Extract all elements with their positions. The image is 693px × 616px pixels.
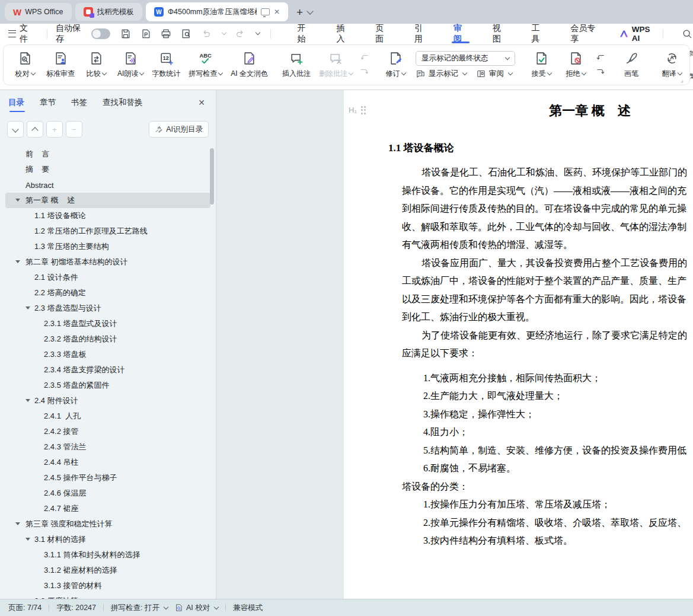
menu-member[interactable]: 会员专享 <box>558 24 611 43</box>
ribbon-expand-icon[interactable]: ⌟ <box>681 76 684 83</box>
toc-item[interactable]: Abstract <box>5 177 210 193</box>
collapse-arrow-icon[interactable] <box>25 538 30 541</box>
toc-item[interactable]: 2.3.5 塔盘的紧固件 <box>5 378 210 393</box>
tab-wps-office[interactable]: W WPS Office <box>5 3 72 21</box>
collapse-arrow-icon[interactable] <box>15 260 20 263</box>
search-button[interactable] <box>681 28 693 40</box>
toc-item[interactable]: 2.3.3 塔盘板 <box>5 347 210 362</box>
toc-item[interactable]: 3.1 材料的选择 <box>5 532 210 547</box>
delete-comment-button[interactable]: 删除批注 <box>315 49 356 81</box>
standard-review-button[interactable]: 标准审查 <box>43 49 78 81</box>
compatibility-mode-badge[interactable]: 兼容模式 <box>233 603 263 613</box>
toc-item[interactable]: 3.2 厚度计算 <box>5 593 210 599</box>
close-tab-icon[interactable]: ✕ <box>274 8 280 16</box>
collapse-arrow-icon[interactable] <box>15 522 20 525</box>
expand-item-button[interactable] <box>7 121 24 138</box>
show-markup-button[interactable]: 显示标记 <box>416 69 467 79</box>
menu-tools[interactable]: 工具 <box>519 24 558 43</box>
review-pane-button[interactable]: 审阅 <box>476 69 512 79</box>
file-menu[interactable]: 文件 <box>0 23 42 44</box>
sidebar-tab-find-replace[interactable]: 查找和替换 <box>103 97 143 110</box>
collapse-arrow-icon[interactable] <box>15 199 20 202</box>
toc-item[interactable]: 2.2 塔高的确定 <box>5 285 210 301</box>
toc-item[interactable]: 前 言 <box>5 146 210 162</box>
menu-review[interactable]: 审阅 <box>441 24 480 43</box>
wps-ai-button[interactable]: WPS AI <box>619 25 658 43</box>
collapse-item-button[interactable] <box>27 121 43 138</box>
spell-check-status[interactable]: 拼写检查: 打开 <box>111 603 168 613</box>
document-page[interactable]: H₁ 第一章 概 述 1.1 塔设备概论 塔设备是化工、石油化工和炼油、医药、环… <box>344 90 693 599</box>
proofread-button[interactable]: 校对 <box>8 49 41 81</box>
next-comment-button[interactable] <box>357 66 372 79</box>
new-tab-button[interactable]: + <box>296 7 312 18</box>
toc-item[interactable]: 2.3.2 塔盘的结构设计 <box>5 331 210 347</box>
screen-share-icon[interactable] <box>261 8 270 15</box>
close-sidebar-icon[interactable]: ✕ <box>198 98 205 107</box>
toc-item[interactable]: 2.3 塔盘选型与设计 <box>5 301 210 316</box>
previous-change-button[interactable] <box>593 52 608 65</box>
previous-comment-button[interactable] <box>357 52 372 65</box>
toc-item[interactable]: 2.1 设计条件 <box>5 270 210 285</box>
undo-button[interactable] <box>200 28 212 40</box>
print-button[interactable] <box>160 28 172 40</box>
compare-button[interactable]: 比较 <box>79 49 113 81</box>
toc-item[interactable]: 第一章 概 述 <box>5 193 210 208</box>
sidebar-tab-bookmarks[interactable]: 书签 <box>71 97 87 110</box>
spell-check-button[interactable]: ABC 拼写检查 <box>185 49 226 81</box>
word-count-button[interactable]: 12 字数统计 <box>148 49 184 81</box>
document-body[interactable]: 塔设备是化工、石油化工和炼油、医药、环境保护等工业部门的操作设备。它的作用是实现… <box>402 164 693 550</box>
sidebar-tab-contents[interactable]: 目录 <box>8 97 24 110</box>
toc-item[interactable]: 2.4.5 操作平台与梯子 <box>5 470 210 486</box>
chevron-down-icon[interactable] <box>307 8 314 14</box>
toc-item[interactable]: 2.3.1 塔盘型式及设计 <box>5 316 210 331</box>
toc-item[interactable]: 2.4 附件设计 <box>5 393 210 408</box>
sidebar-tab-chapters[interactable]: 章节 <box>40 97 56 110</box>
toc-item[interactable]: 2.4.7 裙座 <box>5 501 210 516</box>
toc-item[interactable]: 3.1.3 接管的材料 <box>5 578 210 593</box>
export-pdf-button[interactable] <box>140 28 152 40</box>
toc-item[interactable]: 2.4.1 人孔 <box>5 408 210 424</box>
toc-item[interactable]: 2.4.6 保温层 <box>5 486 210 501</box>
toc-item[interactable]: 2.4.3 管法兰 <box>5 439 210 455</box>
toc-item[interactable]: 3.1.1 筒体和封头材料的选择 <box>5 547 210 563</box>
ai-polish-button[interactable]: AI 全文润色 <box>227 49 272 81</box>
toc-item[interactable]: 1.2 常压塔的工作原理及工艺路线 <box>5 224 210 239</box>
redo-button[interactable] <box>234 28 246 40</box>
simplified-to-traditional-button[interactable]: 简→ 转繁 <box>689 44 693 64</box>
toc-item[interactable]: 1.3 常压塔的主要结构 <box>5 239 210 254</box>
next-change-button[interactable] <box>593 66 608 79</box>
menu-view[interactable]: 视图 <box>480 24 519 43</box>
insert-comment-button[interactable]: 插入批注 <box>279 49 314 81</box>
collapse-arrow-icon[interactable] <box>25 399 30 402</box>
tab-document[interactable]: W Φ4500mm原油常压蒸馏塔机 ✕ <box>146 2 288 21</box>
expand-all-button[interactable]: + <box>46 121 63 138</box>
toc-item[interactable]: 2.4.2 接管 <box>5 424 210 439</box>
word-count-indicator[interactable]: 字数: 20247 <box>56 603 96 613</box>
toc-item[interactable]: 2.4.4 吊柱 <box>5 455 210 470</box>
reject-change-button[interactable]: 拒绝 <box>559 49 592 81</box>
ai-proofread-status[interactable]: AI 校对 <box>175 603 218 613</box>
menu-page[interactable]: 页面 <box>363 24 402 43</box>
markup-state-select[interactable]: 显示标记的最终状态 <box>416 51 515 66</box>
ai-recognize-toc-button[interactable]: AI识别目录 <box>149 121 209 138</box>
toc-item[interactable]: 3.1.2 裙座材料的选择 <box>5 563 210 578</box>
collapse-all-button[interactable]: − <box>66 121 82 138</box>
tab-docer-templates[interactable]: 找稻壳模板 <box>75 3 143 21</box>
toc-item[interactable]: 第二章 初馏塔基本结构的设计 <box>5 254 210 270</box>
accept-change-button[interactable]: 接受 <box>525 49 558 81</box>
menu-insert[interactable]: 插入 <box>324 24 363 43</box>
redo-history-chevron-icon[interactable] <box>255 30 260 35</box>
track-changes-button[interactable]: 修订 <box>379 49 412 81</box>
save-button[interactable] <box>120 28 132 40</box>
toc-item[interactable]: 第三章 强度和稳定性计算 <box>5 516 210 532</box>
ink-brush-button[interactable]: 画笔 <box>615 49 648 81</box>
traditional-to-simplified-button[interactable]: 繁→ 转简 <box>689 66 693 87</box>
sidebar-scrollbar[interactable] <box>210 148 214 205</box>
page-indicator[interactable]: 页面: 7/74 <box>8 603 41 613</box>
menu-reference[interactable]: 引用 <box>402 24 441 43</box>
ai-read-aloud-button[interactable]: AI朗读 <box>114 49 147 81</box>
menu-home[interactable]: 开始 <box>285 24 324 43</box>
print-preview-button[interactable] <box>180 28 192 40</box>
collapse-arrow-icon[interactable] <box>25 307 30 309</box>
undo-history-chevron-icon[interactable] <box>221 30 226 35</box>
